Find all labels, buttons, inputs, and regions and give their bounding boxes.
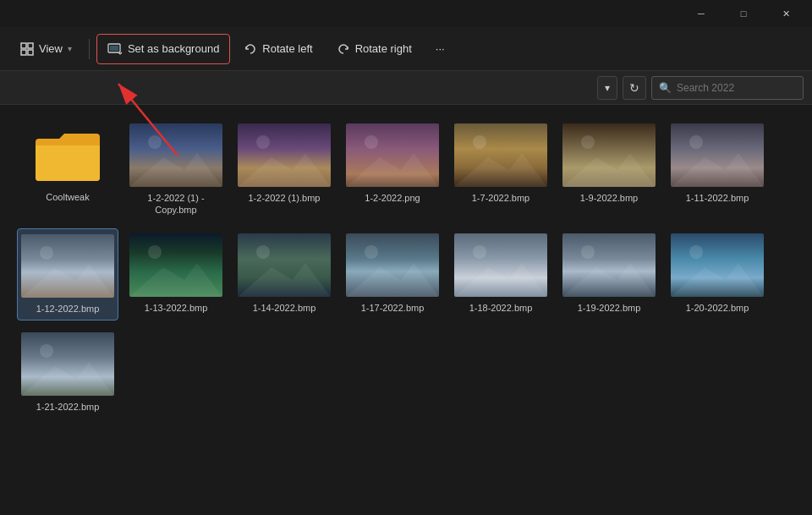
image-thumbnail: [346, 233, 439, 297]
file-name: 1-12-2022.bmp: [36, 303, 100, 315]
image-thumbnail: [671, 233, 764, 297]
search-input[interactable]: [677, 82, 787, 94]
file-item-file-1-7[interactable]: 1-7-2022.bmp: [450, 118, 551, 222]
file-name: 1-19-2022.bmp: [578, 302, 641, 314]
file-name: 1-2-2022 (1) - Copy.bmp: [130, 192, 222, 216]
file-name: 1-2-2022.png: [365, 192, 420, 204]
more-options-label: ···: [436, 42, 445, 55]
svg-marker-13: [454, 153, 547, 187]
search-box[interactable]: 🔍: [651, 76, 804, 100]
set-background-button[interactable]: Set as background: [96, 34, 230, 64]
svg-marker-31: [671, 263, 764, 297]
image-thumbnail: [238, 233, 331, 297]
image-thumbnail: [346, 123, 439, 187]
file-item-file-1-19[interactable]: 1-19-2022.bmp: [558, 228, 660, 321]
file-name: 1-14-2022.bmp: [253, 302, 316, 314]
svg-marker-17: [671, 153, 764, 187]
image-thumbnail: [238, 123, 331, 187]
view-label: View: [39, 42, 63, 55]
file-name: 1-11-2022.bmp: [686, 192, 749, 204]
image-thumbnail: [21, 234, 114, 298]
set-background-icon: [107, 42, 123, 56]
svg-point-26: [473, 245, 486, 259]
image-thumbnail: [129, 233, 222, 297]
file-name: 1-21-2022.bmp: [36, 401, 100, 413]
file-name: Cooltweak: [46, 191, 89, 203]
file-name: 1-9-2022.bmp: [580, 192, 639, 204]
rotate-left-button[interactable]: Rotate left: [233, 34, 322, 64]
rotate-right-icon: [337, 42, 350, 56]
toolbar-separator-1: [89, 39, 90, 59]
svg-point-30: [689, 245, 703, 259]
view-button[interactable]: View ▾: [10, 34, 82, 64]
refresh-icon: ↻: [629, 81, 639, 95]
address-dropdown[interactable]: ▾: [597, 76, 617, 100]
file-name: 1-2-2022 (1).bmp: [249, 192, 321, 204]
file-item-file-1-11[interactable]: 1-11-2022.bmp: [667, 118, 768, 222]
image-thumbnail: [21, 332, 114, 396]
file-item-file-1-2-png[interactable]: 1-2-2022.png: [342, 118, 443, 222]
file-item-file-1-17[interactable]: 1-17-2022.bmp: [342, 228, 443, 321]
file-item-folder-cooltweak[interactable]: Cooltweak: [17, 118, 118, 222]
file-item-file-1-13[interactable]: 1-13-2022.bmp: [125, 228, 227, 321]
image-thumbnail: [129, 123, 222, 187]
svg-point-24: [365, 245, 378, 259]
svg-point-28: [581, 245, 595, 259]
set-background-label: Set as background: [128, 42, 219, 55]
svg-point-12: [473, 135, 486, 149]
more-options-button[interactable]: ···: [425, 34, 455, 64]
svg-rect-3: [28, 50, 33, 55]
rotate-left-label: Rotate left: [262, 42, 312, 55]
search-icon: 🔍: [659, 82, 672, 94]
file-item-file-1-14[interactable]: 1-14-2022.bmp: [233, 228, 335, 321]
rotate-left-icon: [244, 42, 257, 56]
svg-marker-9: [238, 153, 331, 187]
file-name: 1-13-2022.bmp: [145, 302, 208, 314]
file-item-file-1-2-copy[interactable]: 1-2-2022 (1) - Copy.bmp: [125, 118, 227, 222]
image-thumbnail: [671, 123, 764, 187]
minimize-button[interactable]: ─: [682, 0, 721, 27]
refresh-button[interactable]: ↻: [623, 76, 646, 100]
rotate-right-button[interactable]: Rotate right: [326, 34, 422, 64]
svg-marker-21: [129, 263, 222, 297]
close-button[interactable]: ✕: [766, 0, 805, 27]
svg-marker-33: [21, 362, 114, 396]
file-item-file-1-2-1[interactable]: 1-2-2022 (1).bmp: [233, 118, 335, 222]
file-item-file-1-21[interactable]: 1-21-2022.bmp: [17, 327, 118, 418]
svg-rect-5: [110, 46, 118, 51]
svg-point-10: [365, 135, 378, 149]
file-name: 1-7-2022.bmp: [472, 192, 530, 204]
image-thumbnail: [562, 123, 656, 187]
folder-icon: [21, 123, 114, 191]
svg-point-20: [148, 245, 162, 259]
view-chevron-icon: ▾: [68, 44, 72, 53]
file-name: 1-20-2022.bmp: [686, 302, 749, 314]
svg-point-6: [148, 135, 162, 149]
svg-rect-1: [28, 43, 33, 48]
file-item-file-1-20[interactable]: 1-20-2022.bmp: [667, 228, 768, 321]
maximize-button[interactable]: □: [724, 0, 763, 27]
rotate-right-label: Rotate right: [355, 42, 412, 55]
svg-marker-7: [129, 153, 222, 187]
svg-marker-25: [346, 263, 439, 297]
svg-point-22: [256, 245, 270, 259]
svg-rect-0: [21, 43, 26, 48]
svg-point-8: [256, 135, 270, 149]
nav-bar: ▾ ↻ 🔍: [0, 71, 812, 105]
file-name: 1-17-2022.bmp: [361, 302, 425, 314]
image-thumbnail: [562, 233, 656, 297]
svg-marker-27: [454, 263, 547, 297]
svg-marker-19: [21, 264, 114, 298]
image-thumbnail: [454, 233, 547, 297]
svg-point-18: [40, 246, 53, 260]
svg-point-14: [581, 135, 595, 149]
svg-point-32: [40, 344, 53, 358]
title-bar: ─ □ ✕: [0, 0, 812, 27]
view-icon: [20, 42, 34, 56]
file-item-file-1-18[interactable]: 1-18-2022.bmp: [450, 228, 551, 321]
file-item-file-1-12[interactable]: 1-12-2022.bmp: [17, 228, 118, 321]
file-item-file-1-9[interactable]: 1-9-2022.bmp: [558, 118, 660, 222]
svg-marker-11: [346, 153, 439, 187]
svg-point-16: [689, 135, 703, 149]
svg-marker-29: [562, 263, 656, 297]
